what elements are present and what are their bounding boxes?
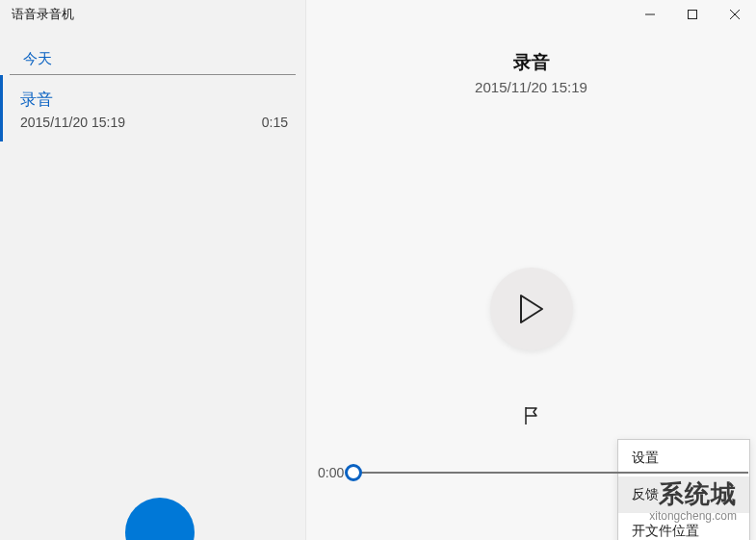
timeline-track[interactable]	[353, 472, 748, 474]
main-panel: 录音 2015/11/20 15:19 设置 反馈 开文件位置 系统城 xito…	[306, 0, 756, 540]
detail-datetime: 2015/11/20 15:19	[306, 79, 756, 95]
playback-timeline[interactable]: 0:00	[318, 465, 748, 480]
recording-list-item[interactable]: 录音 2015/11/20 15:19 0:15	[0, 75, 305, 141]
recording-datetime: 2015/11/20 15:19	[20, 115, 125, 130]
record-button[interactable]	[125, 498, 195, 540]
recording-name: 录音	[20, 89, 288, 111]
context-menu: 设置 反馈 开文件位置	[617, 439, 750, 540]
detail-title: 录音	[306, 50, 756, 75]
minimize-button[interactable]	[629, 0, 671, 29]
play-button[interactable]	[490, 268, 573, 350]
section-today: 今天	[10, 29, 296, 75]
menu-feedback[interactable]: 反馈	[618, 476, 749, 513]
recording-duration: 0:15	[262, 115, 288, 130]
menu-open-file-location[interactable]: 开文件位置	[618, 513, 749, 540]
sidebar: 语音录音机 今天 录音 2015/11/20 15:19 0:15	[0, 0, 306, 540]
svg-rect-1	[689, 11, 697, 19]
app-title: 语音录音机	[0, 0, 305, 29]
flag-icon[interactable]	[523, 406, 540, 429]
maximize-button[interactable]	[671, 0, 714, 29]
timeline-thumb[interactable]	[345, 464, 362, 481]
close-button[interactable]	[714, 0, 756, 29]
timeline-start-time: 0:00	[318, 465, 344, 480]
